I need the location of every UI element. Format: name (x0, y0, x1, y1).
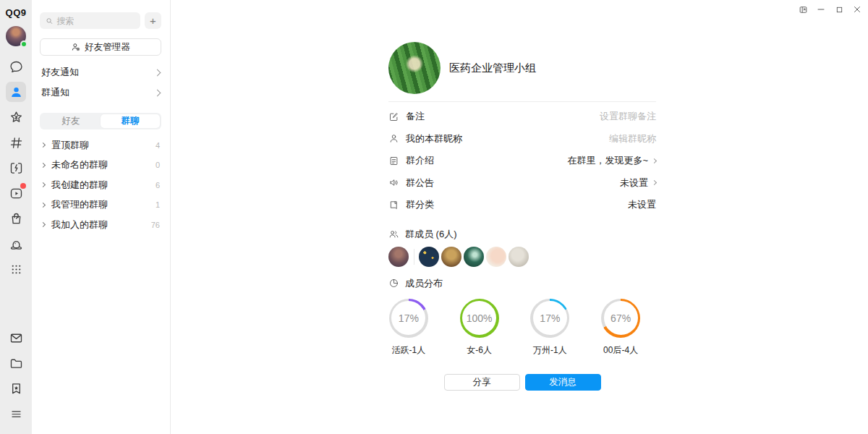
person-gear-icon (71, 42, 81, 52)
field-row-nickname[interactable]: 我的本群昵称 编辑群昵称 (388, 128, 656, 150)
edit-note-icon (388, 111, 399, 122)
contacts-tabbar: 好友 群聊 (40, 113, 161, 129)
mail-icon (9, 331, 24, 346)
field-row-announcement[interactable]: 群公告 未设置 (388, 172, 656, 195)
member-distribution-charts: 17% 活跃-1人 100% 女-6人 17% 万州-1人 67% (388, 299, 656, 357)
minimize-button[interactable] (816, 4, 826, 14)
distribution-label: 成员分布 (405, 277, 443, 290)
donut-ring: 100% (460, 299, 499, 338)
category-label: 置顶群聊 (51, 139, 89, 152)
group-category-joined[interactable]: 我加入的群聊 76 (40, 215, 161, 235)
group-category-managed[interactable]: 我管理的群聊 1 (40, 195, 161, 216)
donut-percent: 67% (604, 301, 638, 335)
donut-percent: 17% (391, 301, 425, 335)
member-avatar[interactable] (419, 247, 439, 267)
member-avatar[interactable] (388, 247, 409, 267)
close-button[interactable] (852, 4, 862, 14)
rail-item-mini-video[interactable] (6, 183, 26, 203)
member-avatar[interactable] (486, 247, 506, 267)
rail-item-contacts[interactable] (6, 82, 26, 102)
member-avatar[interactable] (509, 247, 529, 267)
field-row-remark[interactable]: 备注 设置群聊备注 (388, 106, 656, 128)
tab-friends[interactable]: 好友 (41, 114, 101, 128)
donut-ring: 17% (389, 299, 428, 338)
category-count: 1 (156, 200, 160, 209)
members-label: 群成员 (6人) (405, 228, 457, 241)
group-name: 医药企业管理小组 (449, 61, 536, 75)
category-label: 我加入的群聊 (51, 218, 108, 231)
pie-chart-icon (388, 278, 399, 289)
send-message-button[interactable]: 发消息 (525, 374, 601, 391)
category-count: 6 (156, 181, 160, 190)
member-avatars (388, 247, 656, 267)
shop-bag-icon (9, 211, 24, 226)
rail-item-menu[interactable] (6, 404, 26, 424)
friend-notifications-label: 好友通知 (41, 66, 79, 79)
field-value: 设置群聊备注 (600, 110, 656, 123)
maximize-button[interactable] (834, 4, 844, 14)
donut-label: 女-6人 (467, 344, 492, 357)
person-outline-icon (388, 133, 399, 144)
share-button[interactable]: 分享 (444, 374, 520, 391)
close-icon (853, 5, 861, 14)
mini-window-button[interactable] (798, 4, 808, 14)
rail-item-game-center[interactable] (6, 158, 26, 178)
expand-chevron-icon (41, 203, 46, 208)
mini-window-icon (799, 5, 808, 14)
donut-age: 67% 00后-4人 (585, 299, 656, 357)
category-count: 76 (151, 221, 160, 229)
group-category-unnamed[interactable]: 未命名的群聊 0 (40, 156, 161, 176)
contacts-sidebar: + 好友管理器 好友通知 群通知 好友 群聊 置顶群聊 4 未命名的群聊 0 我… (32, 0, 171, 434)
donut-percent: 17% (533, 301, 567, 335)
donut-label: 万州-1人 (533, 344, 567, 357)
search-box[interactable] (40, 12, 140, 29)
field-value: 未设置 (620, 176, 648, 190)
message-bubble-icon (9, 59, 24, 75)
rail-item-mail[interactable] (6, 328, 26, 348)
donut-label: 00后-4人 (603, 344, 638, 357)
group-avatar[interactable] (388, 42, 441, 94)
friend-notifications-row[interactable]: 好友通知 (40, 62, 161, 82)
rail-item-channels[interactable] (6, 132, 26, 153)
rail-item-qzone[interactable] (6, 107, 26, 127)
category-label: 我管理的群聊 (51, 198, 108, 211)
rail-item-penguin[interactable] (6, 234, 26, 254)
group-category-pinned[interactable]: 置顶群聊 4 (40, 135, 161, 156)
rail-item-more-apps[interactable] (6, 259, 26, 279)
rail-item-favorites[interactable] (6, 378, 26, 399)
member-avatar[interactable] (464, 247, 484, 267)
group-category-created[interactable]: 我创建的群聊 6 (40, 175, 161, 195)
field-value: 未设置 (628, 198, 656, 211)
field-value: 在群里，发现更多~ (567, 154, 648, 167)
donut-ring: 67% (601, 299, 640, 338)
online-status-dot (20, 41, 27, 48)
group-notifications-label: 群通知 (41, 86, 69, 99)
group-profile-panel: 医药企业管理小组 备注 设置群聊备注 我的本群昵称 编辑群昵称 (171, 0, 868, 434)
category-tag-icon (388, 200, 399, 210)
rail-item-folder[interactable] (6, 353, 26, 373)
field-row-category[interactable]: 群分类 未设置 (388, 194, 656, 216)
announcement-speaker-icon (388, 177, 399, 188)
hamburger-menu-icon (9, 407, 23, 421)
game-center-icon (9, 161, 24, 176)
field-row-intro[interactable]: 群介绍 在群里，发现更多~ (388, 150, 656, 172)
expand-chevron-icon (41, 182, 46, 187)
member-avatar[interactable] (441, 247, 461, 267)
donut-label: 活跃-1人 (392, 344, 426, 357)
search-input[interactable] (56, 16, 135, 26)
rail-item-messages[interactable] (6, 56, 26, 77)
group-notifications-row[interactable]: 群通知 (40, 82, 161, 103)
expand-chevron-icon (41, 142, 46, 148)
rail-item-shop[interactable] (6, 208, 26, 229)
notification-dot (20, 183, 26, 189)
expand-chevron-icon (41, 222, 46, 227)
tab-groups[interactable]: 群聊 (101, 114, 160, 128)
expand-chevron-icon (41, 163, 46, 168)
field-label: 群公告 (406, 176, 434, 190)
field-label: 群分类 (406, 198, 434, 211)
user-avatar[interactable] (6, 26, 26, 46)
category-label: 我创建的群聊 (51, 179, 108, 192)
friend-manager-button[interactable]: 好友管理器 (40, 38, 161, 56)
add-button[interactable]: + (145, 12, 161, 29)
penguin-doodle-icon (9, 237, 24, 252)
